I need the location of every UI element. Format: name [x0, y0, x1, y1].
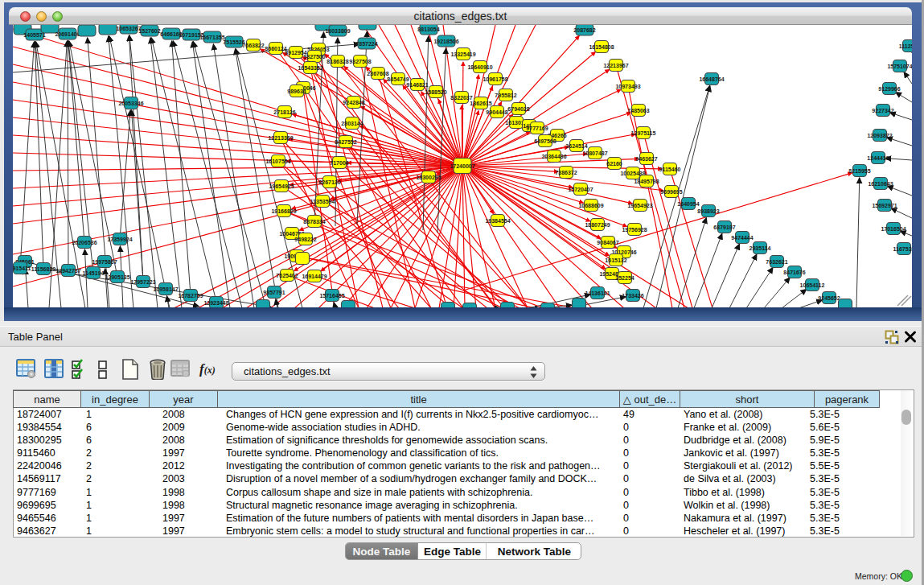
svg-text:12923448: 12923448 — [203, 300, 228, 306]
svg-text:1733426: 1733426 — [622, 293, 643, 299]
svg-text:11156829: 11156829 — [31, 266, 55, 272]
svg-text:19166829: 19166829 — [271, 208, 296, 214]
svg-text:9129966: 9129966 — [878, 86, 900, 92]
svg-text:18495798: 18495798 — [634, 179, 659, 184]
svg-text:16914479: 16914479 — [302, 274, 326, 279]
svg-text:16543382: 16543382 — [298, 65, 322, 71]
svg-text:16210643: 16210643 — [868, 181, 893, 187]
svg-text:8660124: 8660124 — [265, 46, 286, 51]
svg-text:12942737: 12942737 — [55, 268, 80, 274]
svg-text:2718126: 2718126 — [273, 109, 295, 115]
svg-text:1615132: 1615132 — [605, 257, 626, 263]
svg-text:7955812: 7955812 — [495, 93, 516, 98]
svg-text:1588520: 1588520 — [425, 89, 446, 95]
svg-text:9857791: 9857791 — [263, 290, 285, 295]
svg-text:9498222: 9498222 — [294, 237, 316, 242]
svg-text:20206536: 20206536 — [72, 240, 97, 245]
svg-text:1145194: 1145194 — [83, 270, 105, 276]
svg-text:1640954: 1640954 — [677, 201, 699, 207]
svg-text:8454749: 8454749 — [387, 76, 409, 82]
svg-text:6497568: 6497568 — [534, 138, 556, 144]
svg-text:6879197: 6879197 — [713, 225, 735, 230]
svg-text:9327500: 9327500 — [303, 54, 325, 60]
svg-text:2367608: 2367608 — [367, 71, 388, 76]
svg-text:717004: 717004 — [330, 160, 348, 166]
svg-text:9463627: 9463627 — [635, 156, 657, 162]
svg-text:1112541: 1112541 — [899, 43, 912, 49]
svg-text:62160: 62160 — [606, 161, 622, 167]
svg-text:20364436: 20364436 — [541, 154, 566, 159]
svg-text:1167533: 1167533 — [893, 246, 912, 252]
svg-text:10653267: 10653267 — [116, 26, 141, 31]
svg-text:16671355: 16671355 — [199, 35, 224, 40]
svg-text:9227342: 9227342 — [872, 108, 893, 113]
svg-text:17240007: 17240007 — [450, 163, 474, 169]
svg-text:10958147: 10958147 — [153, 286, 178, 292]
svg-text:9242848: 9242848 — [343, 100, 364, 105]
svg-text:989634: 989634 — [287, 89, 306, 94]
svg-text:2087682: 2087682 — [573, 27, 595, 33]
svg-text:15716485: 15716485 — [319, 293, 344, 299]
svg-text:8878334: 8878334 — [303, 219, 325, 225]
svg-text:9777169: 9777169 — [526, 126, 548, 131]
svg-text:9115460: 9115460 — [659, 167, 681, 172]
svg-text:10961758: 10961758 — [483, 76, 507, 82]
svg-text:10807487: 10807487 — [582, 150, 607, 156]
svg-text:12905135: 12905135 — [105, 274, 129, 280]
svg-text:6794028: 6794028 — [507, 106, 529, 112]
svg-text:8427552: 8427552 — [335, 139, 356, 145]
svg-text:8267130: 8267130 — [318, 179, 340, 185]
svg-text:1362615: 1362615 — [470, 101, 491, 106]
svg-text:3624514: 3624514 — [565, 143, 587, 149]
svg-text:16782759: 16782759 — [178, 293, 203, 299]
svg-text:2935114: 2935114 — [749, 245, 771, 251]
svg-text:8471676: 8471676 — [783, 270, 805, 275]
svg-text:10688609: 10688609 — [578, 203, 603, 208]
svg-text:13325419: 13325419 — [450, 51, 475, 57]
svg-text:7663822: 7663822 — [242, 43, 264, 48]
svg-text:20691406: 20691406 — [55, 31, 80, 37]
svg-text:19654925: 19654925 — [269, 183, 294, 189]
svg-text:8215955: 8215955 — [848, 168, 870, 174]
svg-text:3915411: 3915411 — [13, 266, 31, 271]
svg-text:7632621: 7632621 — [766, 259, 787, 265]
svg-text:8938923: 8938923 — [697, 208, 719, 214]
svg-text:17359924: 17359924 — [107, 237, 132, 242]
svg-text:8322037: 8322037 — [450, 95, 472, 101]
svg-text:19975867: 19975867 — [92, 259, 117, 265]
svg-text:18300295: 18300295 — [416, 175, 441, 180]
svg-text:12093872: 12093872 — [867, 133, 892, 138]
svg-text:10654112: 10654112 — [800, 282, 825, 288]
svg-text:7485063: 7485063 — [627, 108, 649, 113]
svg-text:1244419: 1244419 — [867, 155, 889, 161]
svg-text:19756928: 19756928 — [622, 227, 647, 233]
svg-text:18640910: 18640910 — [467, 64, 492, 70]
svg-text:16033809: 16033809 — [325, 28, 350, 34]
svg-text:11353594: 11353594 — [310, 199, 335, 204]
svg-text:16107554: 16107554 — [265, 159, 290, 164]
svg-text:9699695: 9699695 — [660, 189, 682, 195]
svg-text:16154808: 16154808 — [589, 44, 614, 50]
svg-text:9146821: 9146821 — [406, 82, 428, 88]
svg-text:9245652: 9245652 — [818, 295, 840, 301]
svg-text:2803144: 2803144 — [341, 121, 363, 126]
svg-text:9084067: 9084067 — [597, 240, 618, 245]
svg-text:12213967: 12213967 — [603, 63, 628, 68]
svg-text:9327508: 9327508 — [349, 59, 371, 64]
svg-text:10973493: 10973493 — [615, 84, 640, 89]
svg-text:19218506: 19218506 — [433, 39, 458, 44]
svg-text:20053346: 20053346 — [118, 101, 143, 106]
svg-text:7857224: 7857224 — [355, 41, 377, 47]
svg-text:252254: 252254 — [615, 275, 634, 281]
svg-text:17016504: 17016504 — [881, 226, 906, 232]
svg-text:12975115: 12975115 — [631, 130, 656, 136]
svg-text:19654923: 19654923 — [627, 203, 652, 208]
svg-text:15720407: 15720407 — [568, 187, 593, 192]
svg-text:17957223: 17957223 — [130, 279, 155, 285]
svg-text:12213369: 12213369 — [268, 135, 293, 141]
svg-text:9474444: 9474444 — [731, 235, 753, 241]
svg-text:9904448: 9904448 — [486, 109, 507, 115]
svg-text:19384554: 19384554 — [485, 218, 510, 224]
svg-text:14136141: 14136141 — [585, 290, 610, 296]
svg-text:8186328: 8186328 — [326, 59, 348, 64]
